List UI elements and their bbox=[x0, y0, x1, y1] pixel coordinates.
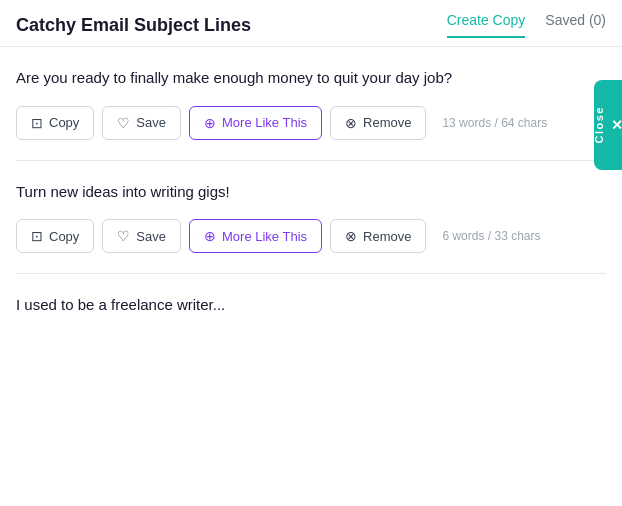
heart-icon-2 bbox=[117, 228, 130, 244]
remove-button-1[interactable]: Remove bbox=[330, 106, 426, 140]
word-count-2: 6 words / 33 chars bbox=[442, 229, 540, 243]
result-item-3: I used to be a freelance writer... bbox=[16, 274, 606, 353]
result-item-1: Are you ready to finally make enough mon… bbox=[16, 47, 606, 161]
plus-circle-icon-1 bbox=[204, 115, 216, 131]
close-sidebar-button[interactable]: ✕ Close bbox=[594, 80, 622, 170]
tab-create-copy[interactable]: Create Copy bbox=[447, 12, 526, 38]
plus-circle-icon-2 bbox=[204, 228, 216, 244]
page-header: Catchy Email Subject Lines Create Copy S… bbox=[0, 0, 622, 47]
x-circle-icon-2 bbox=[345, 228, 357, 244]
copy-button-1[interactable]: Copy bbox=[16, 106, 94, 140]
page-title: Catchy Email Subject Lines bbox=[16, 15, 251, 36]
x-circle-icon-1 bbox=[345, 115, 357, 131]
close-icon: ✕ bbox=[611, 117, 623, 133]
save-button-1[interactable]: Save bbox=[102, 106, 181, 140]
result-text-2: Turn new ideas into writing gigs! bbox=[16, 181, 606, 204]
more-like-this-button-1[interactable]: More Like This bbox=[189, 106, 322, 140]
heart-icon-1 bbox=[117, 115, 130, 131]
remove-button-2[interactable]: Remove bbox=[330, 219, 426, 253]
copy-icon-2 bbox=[31, 228, 43, 244]
copy-icon-1 bbox=[31, 115, 43, 131]
result-item-2: Turn new ideas into writing gigs! Copy S… bbox=[16, 161, 606, 275]
result-text-1: Are you ready to finally make enough mon… bbox=[16, 67, 606, 90]
result-text-3: I used to be a freelance writer... bbox=[16, 294, 606, 317]
results-content: Are you ready to finally make enough mon… bbox=[0, 47, 622, 353]
more-like-this-button-2[interactable]: More Like This bbox=[189, 219, 322, 253]
save-button-2[interactable]: Save bbox=[102, 219, 181, 253]
header-tabs: Create Copy Saved (0) bbox=[447, 12, 606, 38]
word-count-1: 13 words / 64 chars bbox=[442, 116, 547, 130]
tab-saved[interactable]: Saved (0) bbox=[545, 12, 606, 38]
copy-button-2[interactable]: Copy bbox=[16, 219, 94, 253]
result-actions-1: Copy Save More Like This Remove 13 words… bbox=[16, 106, 606, 140]
result-actions-2: Copy Save More Like This Remove 6 words … bbox=[16, 219, 606, 253]
